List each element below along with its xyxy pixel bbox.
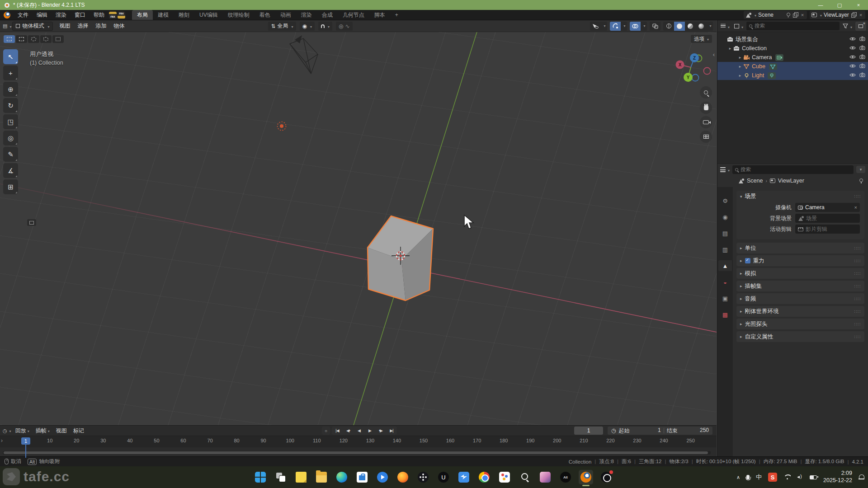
active-clip-field[interactable]: 影片剪辑 — [795, 225, 860, 234]
expand-icon[interactable]: ▸ — [737, 73, 743, 78]
fbx-addon-icon-2[interactable]: FBX — [118, 12, 125, 19]
playhead[interactable]: 1 — [21, 437, 30, 445]
taskbar-store[interactable] — [355, 470, 369, 484]
new-viewlayer-icon[interactable] — [851, 12, 856, 18]
filter-dropdown[interactable] — [841, 22, 854, 31]
select-mode-tweak[interactable] — [4, 35, 15, 43]
drag-handle-icon[interactable]: ∷∷ — [854, 271, 861, 276]
remove-viewlayer-icon[interactable]: × — [858, 12, 863, 18]
minimize-button[interactable]: — — [811, 0, 830, 10]
taskbar-start[interactable] — [253, 470, 268, 484]
transport-▶[interactable]: ▶ — [364, 427, 375, 435]
taskbar-taskview[interactable] — [274, 470, 288, 484]
gravity-checkbox[interactable] — [745, 258, 750, 263]
properties-tab-tool[interactable]: ⚙ — [718, 195, 732, 206]
disable-render-camera-icon[interactable] — [859, 45, 865, 52]
blender-logo-icon[interactable] — [4, 12, 10, 19]
notification-bell-icon[interactable] — [859, 474, 864, 480]
scene-canvas[interactable] — [0, 20, 717, 425]
sogou-icon[interactable]: S — [768, 473, 777, 482]
viewport-menu-添加[interactable]: 添加 — [92, 22, 110, 30]
menu-编辑[interactable]: 编辑 — [33, 10, 52, 20]
gizmo-neg-x[interactable] — [704, 68, 711, 75]
drag-handle-icon[interactable]: ∷∷ — [854, 284, 861, 289]
snap-dropdown[interactable] — [318, 22, 332, 31]
taskbar-chrome[interactable] — [477, 470, 491, 484]
shading-wireframe-button[interactable] — [663, 22, 674, 31]
taskbar-obs[interactable] — [599, 470, 613, 484]
pivot-point-dropdown[interactable]: ◉ — [300, 22, 315, 31]
outliner-search-input[interactable]: 搜索 — [746, 22, 840, 30]
menu-渲染[interactable]: 渲染 — [52, 10, 71, 20]
xray-toggle[interactable] — [650, 22, 660, 31]
disable-render-camera-icon[interactable] — [859, 54, 865, 61]
workspace-tab-动画[interactable]: 动画 — [275, 10, 296, 20]
gizmo-z[interactable]: Z — [690, 53, 699, 62]
workspace-tab-+[interactable]: + — [390, 10, 403, 20]
tool-measure[interactable]: ∡ — [3, 163, 18, 178]
tool-cursor[interactable]: + — [3, 66, 18, 80]
select-mode-extend[interactable] — [52, 35, 64, 43]
select-mode-box[interactable] — [16, 35, 27, 43]
start-frame-field[interactable]: 起始1 — [618, 427, 660, 435]
properties-tab-viewlayer[interactable]: ▥ — [718, 244, 732, 255]
gizmos-toggle[interactable] — [610, 22, 621, 31]
panel-刚体世界环境[interactable]: ▸ 刚体世界环境 ∷∷ — [736, 306, 864, 317]
unlink-scene-icon[interactable]: × — [800, 12, 805, 18]
properties-tab-texture[interactable]: ▩ — [718, 309, 732, 320]
stopwatch-icon[interactable]: ◷ — [611, 427, 616, 434]
timeline-menu-插帧[interactable]: 插帧 — [33, 427, 53, 435]
navigation-gizmo[interactable]: Z X Y — [668, 47, 713, 88]
proportional-edit-dropdown[interactable]: ◎∿ — [336, 22, 353, 31]
background-scene-field[interactable]: 场景 — [795, 214, 860, 223]
tool-add-cube[interactable]: ⊞ — [3, 179, 18, 194]
scene-panel-header[interactable]: ▾场景 ∷∷ — [736, 191, 864, 202]
options-dropdown[interactable]: 选项 — [691, 35, 712, 43]
panel-自定义属性[interactable]: ▸ 自定义属性 ∷∷ — [736, 331, 864, 342]
new-scene-icon[interactable] — [793, 12, 798, 18]
gizmo-y[interactable]: Y — [684, 73, 693, 82]
transport-•▶[interactable]: •▶ — [375, 427, 386, 435]
workspace-tab-雕刻[interactable]: 雕刻 — [174, 10, 194, 20]
clock[interactable]: 2:09 2025-12-22 — [823, 470, 852, 484]
taskbar-explorer[interactable] — [314, 470, 329, 484]
transport-◀[interactable]: ◀ — [354, 427, 364, 435]
properties-tab-world[interactable]: ◒ — [718, 277, 732, 287]
pan-hand-button[interactable] — [700, 102, 712, 114]
hide-eye-icon[interactable] — [849, 54, 856, 61]
menu-文件[interactable]: 文件 — [14, 10, 33, 20]
drag-handle-icon[interactable]: ∷∷ — [854, 258, 861, 263]
editor-type-icon[interactable]: ▤ — [3, 23, 7, 29]
tool-scale[interactable]: ◳ — [3, 114, 18, 129]
playhead-line[interactable] — [25, 445, 26, 458]
display-mode-dropdown[interactable] — [719, 22, 731, 31]
hide-eye-icon[interactable] — [849, 63, 856, 70]
ime-indicator[interactable]: 中 — [756, 473, 762, 481]
panel-光照探头[interactable]: ▸ 光照探头 ∷∷ — [736, 319, 864, 329]
drag-handle-icon[interactable]: ∷∷ — [854, 334, 861, 339]
timeline-menu-回放[interactable]: 回放 — [12, 427, 33, 435]
expand-icon[interactable]: ▸ — [727, 46, 733, 51]
tray-expand-icon[interactable]: ∧ — [736, 474, 740, 480]
timeline-menu-标记[interactable]: 标记 — [70, 427, 87, 435]
taskbar-thunder[interactable] — [457, 470, 471, 484]
panel-单位[interactable]: ▸ 单位 ∷∷ — [736, 243, 864, 253]
viewport-menu-选择[interactable]: 选择 — [74, 22, 92, 30]
tool-rotate[interactable]: ↻ — [3, 98, 18, 113]
workspace-tab-合成[interactable]: 合成 — [317, 10, 338, 20]
zoom-button[interactable] — [700, 86, 712, 99]
breadcrumb-viewlayer[interactable]: ViewLayer — [778, 178, 804, 184]
selectability-visibility-toggle[interactable] — [590, 22, 601, 31]
gizmo-x[interactable]: X — [676, 61, 684, 69]
drag-handle-icon[interactable]: ∷∷ — [854, 246, 861, 251]
taskbar-gallery[interactable] — [538, 470, 552, 484]
taskbar-edge[interactable] — [335, 470, 349, 484]
drag-handle-icon[interactable]: ∷∷ — [854, 309, 861, 314]
end-frame-field[interactable]: 结束250 — [667, 427, 709, 435]
expand-icon[interactable]: ▸ — [737, 55, 743, 60]
auto-keyframe-button[interactable]: ○ — [322, 427, 330, 435]
disable-render-camera-icon[interactable] — [859, 72, 865, 79]
transport-▶|[interactable]: ▶| — [386, 427, 397, 435]
gizmo-neg-z[interactable] — [692, 75, 699, 81]
properties-tab-scene[interactable]: ▲ — [718, 260, 732, 271]
